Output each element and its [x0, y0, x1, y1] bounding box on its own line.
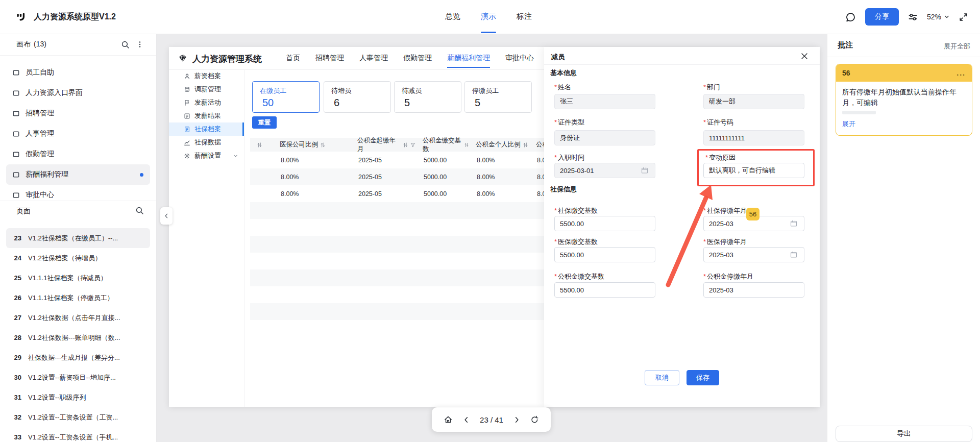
nav-personnel[interactable]: 人事管理: [359, 47, 388, 69]
submenu-salary-adjust[interactable]: 调薪管理: [169, 83, 244, 96]
page-item[interactable]: 26V1.1.1社保档案（停缴员工）: [6, 288, 150, 308]
canvas-area: 人力资源管理系统 首页 招聘管理 人事管理 假勤管理 薪酬福利管理 审批中心 数…: [156, 34, 827, 442]
zoom-level-dropdown[interactable]: 52%: [927, 13, 950, 21]
submenu-social-data[interactable]: 社保数据: [169, 136, 244, 149]
page-item[interactable]: 23V1.2社保档案（在缴员工）--...: [6, 228, 150, 248]
name-input[interactable]: [554, 94, 655, 109]
submenu-payroll-result[interactable]: 发薪结果: [169, 109, 244, 122]
submenu-social-archive[interactable]: 社保档案: [169, 122, 244, 136]
nav-compensation[interactable]: 薪酬福利管理: [447, 47, 490, 69]
page-item[interactable]: 33V1.2设置--工资条设置（手机...: [6, 427, 150, 442]
fund-base-input[interactable]: [554, 282, 655, 298]
table-column-fund-base[interactable]: 公积金缴交基数: [415, 136, 469, 154]
social-stop-label: *社保停缴年月: [703, 206, 747, 215]
chevron-down-icon: [944, 14, 950, 20]
restart-icon[interactable]: [530, 415, 539, 424]
expand-link[interactable]: 展开: [842, 118, 855, 129]
page-item[interactable]: 32V1.2设置--工资条设置（工资...: [6, 407, 150, 427]
zoom-level-value: 52%: [927, 13, 941, 21]
page-item[interactable]: 27V1.2社保数据（点击年月直接...: [6, 308, 150, 328]
medical-stop-input[interactable]: [703, 247, 804, 262]
filter-icon: [410, 142, 415, 148]
prev-page-icon[interactable]: [462, 416, 470, 424]
home-icon[interactable]: [444, 415, 453, 424]
fullscreen-icon[interactable]: [959, 13, 968, 21]
annotation-marker-56[interactable]: 56: [746, 208, 760, 220]
medical-base-input[interactable]: [554, 247, 655, 262]
name-label: *姓名: [554, 83, 571, 92]
nav-attendance[interactable]: 假勤管理: [403, 47, 432, 69]
settings-sliders-icon[interactable]: [908, 12, 918, 22]
sidebar-item-employee-self[interactable]: 员工自助: [6, 62, 150, 83]
sidebar-collapse-handle[interactable]: [160, 207, 173, 225]
expand-all-link[interactable]: 展开全部: [944, 42, 970, 51]
pages-search-icon[interactable]: [135, 206, 144, 215]
nav-approval[interactable]: 审批中心: [505, 47, 534, 69]
close-icon[interactable]: [801, 53, 808, 60]
more-options-icon[interactable]: ...: [957, 70, 966, 76]
next-page-icon[interactable]: [513, 416, 521, 424]
dept-input[interactable]: [703, 94, 804, 109]
screen: 人力资源系统原型V1.2 总览 演示 标注 分享 52%: [0, 0, 980, 442]
hire-date-input[interactable]: [554, 163, 655, 178]
tab-overview[interactable]: 总览: [445, 0, 460, 33]
report-icon: [184, 113, 190, 119]
table-column-fund-start-month[interactable]: 公积金起缴年月: [350, 136, 415, 154]
stat-card-stopped[interactable]: 停缴员工 5: [464, 81, 532, 113]
stat-card-active-employees[interactable]: 在缴员工 50: [252, 81, 320, 113]
id-type-input[interactable]: [554, 130, 655, 145]
id-number-label: *证件号码: [703, 118, 733, 127]
table-sort-column[interactable]: [250, 142, 273, 148]
submenu-compensation-settings[interactable]: 薪酬设置: [169, 149, 244, 162]
nav-recruiting[interactable]: 招聘管理: [315, 47, 344, 69]
left-sidebar: 画布 (13) 员工自助 人力资源入口界面 招聘管理: [0, 34, 157, 442]
page-item[interactable]: 24V1.2社保档案（待增员）: [6, 248, 150, 268]
canvas-header: 画布 (13): [16, 40, 46, 49]
export-button[interactable]: 导出: [836, 426, 972, 442]
sidebar-item-personnel[interactable]: 人事管理: [6, 124, 150, 144]
nav-home[interactable]: 首页: [286, 47, 300, 69]
reset-button[interactable]: 重置: [252, 116, 277, 129]
table-column-medical-company-rate[interactable]: 医保公司比例: [273, 140, 350, 149]
id-type-label: *证件类型: [554, 118, 584, 127]
hire-date-label: *入职时间: [554, 153, 584, 162]
comment-bubble-icon[interactable]: [845, 12, 856, 22]
share-button[interactable]: 分享: [865, 8, 899, 26]
cancel-button[interactable]: 取消: [645, 370, 679, 385]
canvas-more-icon[interactable]: [136, 40, 144, 48]
page-item[interactable]: 30V1.2设置--薪资项目--增加序...: [6, 367, 150, 387]
document-list-icon: [184, 126, 190, 133]
page-item[interactable]: 28V1.2社保数据---账单明细（数...: [6, 328, 150, 348]
change-reason-input[interactable]: [703, 163, 804, 178]
canvas-list: 员工自助 人力资源入口界面 招聘管理 人事管理 假勤管理 薪酬福利管理: [6, 62, 150, 205]
submenu-payroll-activity[interactable]: 发薪活动: [169, 96, 244, 109]
canvas-panel-header: 画布 (13): [0, 34, 156, 56]
sidebar-item-approval[interactable]: 审批中心: [6, 185, 150, 205]
id-number-input[interactable]: [703, 130, 804, 145]
sidebar-item-compensation[interactable]: 薪酬福利管理: [6, 164, 150, 185]
stat-card-pending-remove[interactable]: 待减员 5: [394, 81, 461, 113]
stat-card-pending-add[interactable]: 待增员 6: [324, 81, 391, 113]
social-base-input[interactable]: [554, 216, 655, 231]
tab-annotate[interactable]: 标注: [517, 0, 532, 33]
page-item[interactable]: 25V1.1.1社保档案（待减员）: [6, 268, 150, 288]
medical-base-label: *医保缴交基数: [554, 237, 598, 247]
sort-icon: [257, 142, 262, 148]
section-social-info: 社保信息: [550, 185, 577, 194]
active-dot: [140, 173, 143, 177]
flag-icon: [184, 100, 190, 106]
canvas-search-icon[interactable]: [121, 40, 130, 49]
comment-number-badge: 56: [842, 69, 850, 77]
artboard-icon: [12, 191, 20, 199]
submenu-salary-archive[interactable]: 薪资档案: [169, 69, 244, 83]
page-item[interactable]: 29社保数据---生成月报（差异分...: [6, 348, 150, 367]
sidebar-item-hr-entry[interactable]: 人力资源入口界面: [6, 83, 150, 103]
fund-stop-input[interactable]: [703, 282, 804, 298]
sidebar-item-attendance[interactable]: 假勤管理: [6, 144, 150, 164]
comment-card[interactable]: 56 ... 所有停缴年月初始值默认当前操作年月，可编辑 展开: [836, 64, 972, 136]
page-item[interactable]: 31V1.2设置--职级序列: [6, 387, 150, 407]
save-button[interactable]: 保存: [687, 370, 719, 385]
tab-present[interactable]: 演示: [481, 0, 496, 33]
sidebar-item-recruiting[interactable]: 招聘管理: [6, 103, 150, 124]
table-column-fund-personal-rate[interactable]: 公积金个人比例: [469, 140, 529, 149]
